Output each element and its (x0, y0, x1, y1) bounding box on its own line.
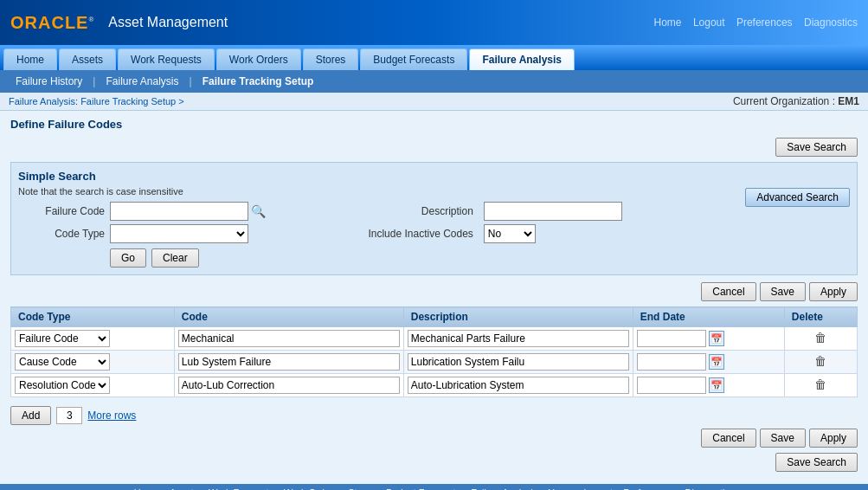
sub-nav: Failure History | Failure Analysis | Fai… (0, 70, 868, 93)
row2-description-input[interactable] (408, 353, 629, 371)
failure-code-input[interactable] (110, 202, 248, 221)
nav-diagnostics[interactable]: Diagnostics (804, 16, 858, 29)
include-inactive-label: Include Inactive Codes (368, 228, 473, 240)
row2-code-cell (174, 351, 403, 374)
form-actions-top: Cancel Save Apply (10, 282, 858, 301)
row3-end-date-cell: 📅 (633, 374, 784, 397)
tab-work-requests[interactable]: Work Requests (118, 48, 215, 70)
nav-logout[interactable]: Logout (693, 16, 725, 29)
oracle-logo: ORACLE® (10, 13, 94, 33)
subnav-failure-history[interactable]: Failure History (7, 74, 91, 89)
row3-calendar-icon[interactable]: 📅 (709, 377, 724, 393)
row3-code-type-cell: Failure Code Cause Code Resolution Code (11, 374, 175, 397)
apply-button-top[interactable]: Apply (809, 282, 858, 301)
code-type-select[interactable]: Failure Code Cause Code Resolution Code (110, 224, 248, 243)
tab-assets[interactable]: Assets (59, 48, 116, 70)
row1-delete-cell: 🗑 (784, 327, 857, 351)
top-save-search-button[interactable]: Save Search (775, 138, 858, 157)
failure-code-label: Failure Code (18, 205, 105, 217)
col-description: Description (403, 307, 633, 327)
row3-description-input[interactable] (408, 377, 629, 394)
include-inactive-select[interactable]: No Yes (484, 224, 536, 243)
col-end-date: End Date (633, 307, 784, 327)
nav-home[interactable]: Home (654, 16, 682, 29)
search-section-title: Simple Search (18, 170, 850, 183)
table-row: Failure Code Cause Code Resolution Code … (11, 374, 858, 397)
go-button[interactable]: Go (110, 248, 146, 268)
subnav-failure-analysis[interactable]: Failure Analysis (97, 74, 187, 89)
tab-bar: Home Assets Work Requests Work Orders St… (0, 45, 868, 70)
row2-calendar-icon[interactable]: 📅 (709, 354, 724, 370)
row2-end-date-cell: 📅 (633, 351, 784, 374)
row3-code-type-select[interactable]: Failure Code Cause Code Resolution Code (15, 377, 110, 394)
tab-work-orders[interactable]: Work Orders (216, 48, 301, 70)
row1-code-input[interactable] (178, 330, 400, 347)
main-content: Define Failure Codes Save Search Simple … (0, 111, 868, 484)
org-info: Current Organization : EM1 (733, 95, 859, 107)
row1-end-date-cell: 📅 (633, 327, 784, 351)
row2-code-type-select[interactable]: Failure Code Cause Code Resolution Code (15, 353, 110, 371)
row1-code-cell (174, 327, 403, 351)
row1-code-type-select[interactable]: Failure Code Cause Code Resolution Code (15, 330, 110, 347)
apply-button-bottom[interactable]: Apply (809, 429, 858, 448)
description-input[interactable] (484, 202, 622, 221)
row1-description-input[interactable] (408, 330, 629, 347)
row3-description-cell (403, 374, 633, 397)
tab-budget-forecasts[interactable]: Budget Forecasts (360, 48, 467, 70)
footer-links: Home Assets Work Requests Work Orders St… (0, 484, 868, 490)
header-nav: Home Logout Preferences Diagnostics (646, 16, 858, 29)
code-type-label: Code Type (18, 228, 105, 240)
col-code: Code (174, 307, 403, 327)
row3-end-date-input[interactable] (637, 377, 706, 394)
top-action-bar: Save Search (10, 138, 858, 157)
search-note: Note that the search is case insensitive (18, 186, 736, 197)
add-count-input[interactable] (56, 407, 82, 424)
form-actions-bottom: Cancel Save Apply (10, 429, 858, 448)
subnav-failure-tracking-setup[interactable]: Failure Tracking Setup (194, 74, 323, 89)
page-title: Define Failure Codes (10, 118, 858, 131)
advanced-search-button[interactable]: Advanced Search (745, 188, 850, 207)
add-row-section: Add More rows (10, 403, 858, 429)
more-rows-link[interactable]: More rows (87, 409, 136, 422)
row2-delete-cell: 🗑 (784, 351, 857, 374)
row3-delete-icon[interactable]: 🗑 (813, 377, 828, 393)
row1-end-date-input[interactable] (637, 330, 706, 347)
bottom-action-bar: Save Search (10, 453, 858, 472)
row3-delete-cell: 🗑 (784, 374, 857, 397)
search-icon[interactable]: 🔍 (251, 204, 266, 218)
row2-description-cell (403, 351, 633, 374)
row2-delete-icon[interactable]: 🗑 (813, 354, 828, 370)
clear-button[interactable]: Clear (151, 248, 199, 268)
app-title: Asset Management (108, 15, 228, 30)
tab-failure-analysis[interactable]: Failure Analysis (469, 48, 575, 70)
breadcrumb-bar: Failure Analysis: Failure Tracking Setup… (0, 93, 868, 111)
row1-code-type-cell: Failure Code Cause Code Resolution Code (11, 327, 175, 351)
bottom-save-search-button[interactable]: Save Search (775, 453, 858, 472)
row1-description-cell (403, 327, 633, 351)
tab-stores[interactable]: Stores (303, 48, 359, 70)
row2-code-input[interactable] (178, 353, 400, 371)
row1-delete-icon[interactable]: 🗑 (813, 331, 828, 346)
simple-search-section: Simple Search Note that the search is ca… (10, 162, 858, 275)
cancel-button-bottom[interactable]: Cancel (701, 429, 755, 448)
cancel-button-top[interactable]: Cancel (701, 282, 755, 301)
row3-code-input[interactable] (178, 377, 400, 394)
row2-end-date-input[interactable] (637, 353, 706, 371)
row1-calendar-icon[interactable]: 📅 (709, 331, 724, 346)
table-row: Failure Code Cause Code Resolution Code … (11, 351, 858, 374)
breadcrumb: Failure Analysis: Failure Tracking Setup… (9, 96, 184, 106)
failure-codes-table: Code Type Code Description End Date Dele… (10, 306, 858, 397)
col-code-type: Code Type (11, 307, 175, 327)
header: ORACLE® Asset Management Home Logout Pre… (0, 0, 868, 45)
save-button-bottom[interactable]: Save (760, 429, 806, 448)
row2-code-type-cell: Failure Code Cause Code Resolution Code (11, 351, 175, 374)
tab-home[interactable]: Home (3, 48, 57, 70)
description-label: Description (368, 205, 473, 217)
table-row: Failure Code Cause Code Resolution Code … (11, 327, 858, 351)
add-button[interactable]: Add (10, 406, 51, 425)
row3-code-cell (174, 374, 403, 397)
save-button-top[interactable]: Save (760, 282, 806, 301)
nav-preferences[interactable]: Preferences (736, 16, 793, 29)
col-delete: Delete (784, 307, 857, 327)
